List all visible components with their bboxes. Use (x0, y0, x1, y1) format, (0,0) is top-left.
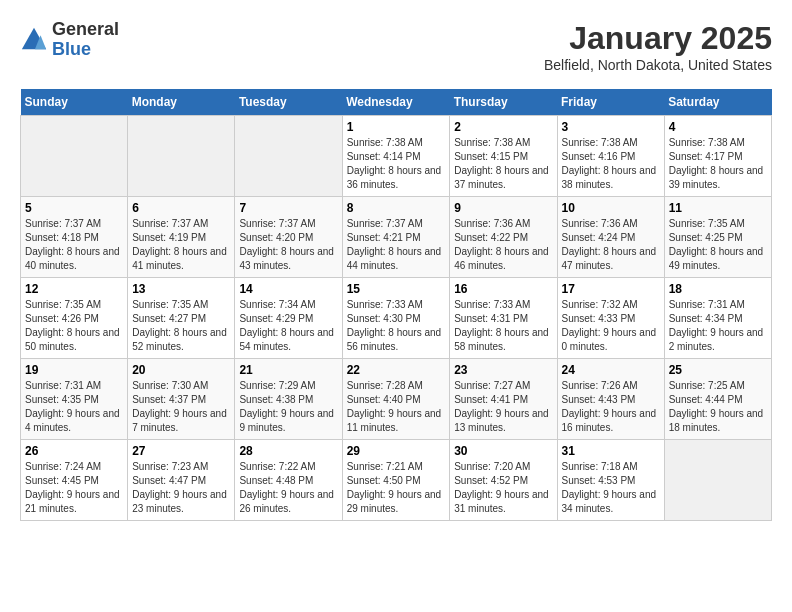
calendar-cell: 31Sunrise: 7:18 AM Sunset: 4:53 PM Dayli… (557, 440, 664, 521)
day-info: Sunrise: 7:27 AM Sunset: 4:41 PM Dayligh… (454, 379, 552, 435)
calendar-cell: 29Sunrise: 7:21 AM Sunset: 4:50 PM Dayli… (342, 440, 450, 521)
calendar-cell (664, 440, 771, 521)
day-number: 2 (454, 120, 552, 134)
day-of-week-header: Friday (557, 89, 664, 116)
day-info: Sunrise: 7:22 AM Sunset: 4:48 PM Dayligh… (239, 460, 337, 516)
day-number: 24 (562, 363, 660, 377)
calendar-cell: 7Sunrise: 7:37 AM Sunset: 4:20 PM Daylig… (235, 197, 342, 278)
calendar-cell: 25Sunrise: 7:25 AM Sunset: 4:44 PM Dayli… (664, 359, 771, 440)
day-number: 22 (347, 363, 446, 377)
day-info: Sunrise: 7:26 AM Sunset: 4:43 PM Dayligh… (562, 379, 660, 435)
day-number: 27 (132, 444, 230, 458)
calendar-cell: 14Sunrise: 7:34 AM Sunset: 4:29 PM Dayli… (235, 278, 342, 359)
calendar-cell: 24Sunrise: 7:26 AM Sunset: 4:43 PM Dayli… (557, 359, 664, 440)
logo: General Blue (20, 20, 119, 60)
day-number: 19 (25, 363, 123, 377)
calendar-week-row: 19Sunrise: 7:31 AM Sunset: 4:35 PM Dayli… (21, 359, 772, 440)
day-number: 7 (239, 201, 337, 215)
day-number: 16 (454, 282, 552, 296)
calendar-cell: 15Sunrise: 7:33 AM Sunset: 4:30 PM Dayli… (342, 278, 450, 359)
page-header: General Blue January 2025 Belfield, Nort… (20, 20, 772, 73)
calendar-cell: 8Sunrise: 7:37 AM Sunset: 4:21 PM Daylig… (342, 197, 450, 278)
day-info: Sunrise: 7:23 AM Sunset: 4:47 PM Dayligh… (132, 460, 230, 516)
calendar-cell: 9Sunrise: 7:36 AM Sunset: 4:22 PM Daylig… (450, 197, 557, 278)
title-section: January 2025 Belfield, North Dakota, Uni… (544, 20, 772, 73)
calendar-cell: 5Sunrise: 7:37 AM Sunset: 4:18 PM Daylig… (21, 197, 128, 278)
calendar-header-row: SundayMondayTuesdayWednesdayThursdayFrid… (21, 89, 772, 116)
day-info: Sunrise: 7:28 AM Sunset: 4:40 PM Dayligh… (347, 379, 446, 435)
day-info: Sunrise: 7:37 AM Sunset: 4:19 PM Dayligh… (132, 217, 230, 273)
day-number: 9 (454, 201, 552, 215)
day-info: Sunrise: 7:35 AM Sunset: 4:25 PM Dayligh… (669, 217, 767, 273)
day-number: 4 (669, 120, 767, 134)
calendar-week-row: 5Sunrise: 7:37 AM Sunset: 4:18 PM Daylig… (21, 197, 772, 278)
day-info: Sunrise: 7:30 AM Sunset: 4:37 PM Dayligh… (132, 379, 230, 435)
calendar-cell: 22Sunrise: 7:28 AM Sunset: 4:40 PM Dayli… (342, 359, 450, 440)
day-number: 28 (239, 444, 337, 458)
location-text: Belfield, North Dakota, United States (544, 57, 772, 73)
calendar-cell: 2Sunrise: 7:38 AM Sunset: 4:15 PM Daylig… (450, 116, 557, 197)
day-number: 25 (669, 363, 767, 377)
calendar-cell: 28Sunrise: 7:22 AM Sunset: 4:48 PM Dayli… (235, 440, 342, 521)
day-info: Sunrise: 7:31 AM Sunset: 4:35 PM Dayligh… (25, 379, 123, 435)
day-of-week-header: Sunday (21, 89, 128, 116)
day-of-week-header: Thursday (450, 89, 557, 116)
calendar-cell: 6Sunrise: 7:37 AM Sunset: 4:19 PM Daylig… (128, 197, 235, 278)
day-number: 11 (669, 201, 767, 215)
calendar-cell: 3Sunrise: 7:38 AM Sunset: 4:16 PM Daylig… (557, 116, 664, 197)
day-of-week-header: Saturday (664, 89, 771, 116)
calendar-cell: 18Sunrise: 7:31 AM Sunset: 4:34 PM Dayli… (664, 278, 771, 359)
day-number: 17 (562, 282, 660, 296)
day-info: Sunrise: 7:38 AM Sunset: 4:15 PM Dayligh… (454, 136, 552, 192)
day-info: Sunrise: 7:18 AM Sunset: 4:53 PM Dayligh… (562, 460, 660, 516)
day-info: Sunrise: 7:33 AM Sunset: 4:31 PM Dayligh… (454, 298, 552, 354)
calendar-cell (235, 116, 342, 197)
day-of-week-header: Tuesday (235, 89, 342, 116)
day-info: Sunrise: 7:25 AM Sunset: 4:44 PM Dayligh… (669, 379, 767, 435)
calendar-cell: 13Sunrise: 7:35 AM Sunset: 4:27 PM Dayli… (128, 278, 235, 359)
calendar-week-row: 26Sunrise: 7:24 AM Sunset: 4:45 PM Dayli… (21, 440, 772, 521)
calendar-cell: 23Sunrise: 7:27 AM Sunset: 4:41 PM Dayli… (450, 359, 557, 440)
day-number: 1 (347, 120, 446, 134)
calendar-cell: 26Sunrise: 7:24 AM Sunset: 4:45 PM Dayli… (21, 440, 128, 521)
calendar-cell: 27Sunrise: 7:23 AM Sunset: 4:47 PM Dayli… (128, 440, 235, 521)
day-info: Sunrise: 7:36 AM Sunset: 4:22 PM Dayligh… (454, 217, 552, 273)
day-info: Sunrise: 7:29 AM Sunset: 4:38 PM Dayligh… (239, 379, 337, 435)
day-number: 14 (239, 282, 337, 296)
day-info: Sunrise: 7:21 AM Sunset: 4:50 PM Dayligh… (347, 460, 446, 516)
calendar-week-row: 12Sunrise: 7:35 AM Sunset: 4:26 PM Dayli… (21, 278, 772, 359)
calendar-cell: 19Sunrise: 7:31 AM Sunset: 4:35 PM Dayli… (21, 359, 128, 440)
day-info: Sunrise: 7:31 AM Sunset: 4:34 PM Dayligh… (669, 298, 767, 354)
calendar-cell (128, 116, 235, 197)
day-number: 10 (562, 201, 660, 215)
day-number: 15 (347, 282, 446, 296)
day-info: Sunrise: 7:38 AM Sunset: 4:14 PM Dayligh… (347, 136, 446, 192)
day-number: 21 (239, 363, 337, 377)
day-number: 23 (454, 363, 552, 377)
day-number: 13 (132, 282, 230, 296)
calendar-cell: 12Sunrise: 7:35 AM Sunset: 4:26 PM Dayli… (21, 278, 128, 359)
calendar-cell: 30Sunrise: 7:20 AM Sunset: 4:52 PM Dayli… (450, 440, 557, 521)
day-info: Sunrise: 7:35 AM Sunset: 4:27 PM Dayligh… (132, 298, 230, 354)
logo-icon (20, 26, 48, 54)
day-number: 31 (562, 444, 660, 458)
calendar-cell: 10Sunrise: 7:36 AM Sunset: 4:24 PM Dayli… (557, 197, 664, 278)
month-title: January 2025 (544, 20, 772, 57)
day-info: Sunrise: 7:36 AM Sunset: 4:24 PM Dayligh… (562, 217, 660, 273)
calendar-cell: 4Sunrise: 7:38 AM Sunset: 4:17 PM Daylig… (664, 116, 771, 197)
logo-blue-text: Blue (52, 39, 91, 59)
day-number: 6 (132, 201, 230, 215)
day-info: Sunrise: 7:37 AM Sunset: 4:21 PM Dayligh… (347, 217, 446, 273)
calendar-cell: 16Sunrise: 7:33 AM Sunset: 4:31 PM Dayli… (450, 278, 557, 359)
day-info: Sunrise: 7:32 AM Sunset: 4:33 PM Dayligh… (562, 298, 660, 354)
calendar-cell (21, 116, 128, 197)
day-number: 26 (25, 444, 123, 458)
day-number: 20 (132, 363, 230, 377)
calendar-cell: 21Sunrise: 7:29 AM Sunset: 4:38 PM Dayli… (235, 359, 342, 440)
day-number: 8 (347, 201, 446, 215)
day-info: Sunrise: 7:24 AM Sunset: 4:45 PM Dayligh… (25, 460, 123, 516)
calendar-cell: 1Sunrise: 7:38 AM Sunset: 4:14 PM Daylig… (342, 116, 450, 197)
day-info: Sunrise: 7:37 AM Sunset: 4:18 PM Dayligh… (25, 217, 123, 273)
day-number: 30 (454, 444, 552, 458)
logo-text: General Blue (52, 20, 119, 60)
